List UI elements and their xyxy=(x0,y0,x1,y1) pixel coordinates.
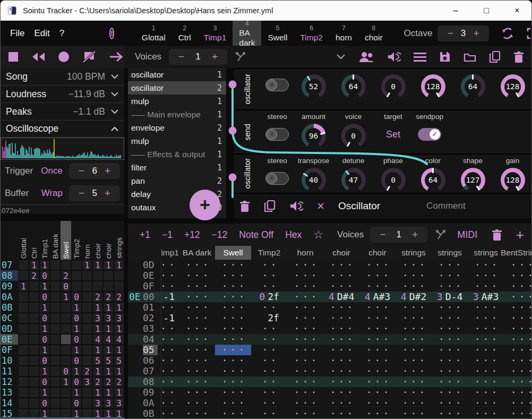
buffer-mode-button[interactable]: Wrap xyxy=(41,188,63,199)
pattern-cell[interactable]: ·· xyxy=(251,323,287,334)
order-cell[interactable]: 1 xyxy=(103,302,114,313)
order-cell[interactable]: 1 xyxy=(39,281,50,292)
pattern-cell[interactable]: 4D#4 xyxy=(323,292,359,302)
pattern-cell[interactable]: ··· xyxy=(504,334,532,345)
pattern-cell[interactable]: ··· xyxy=(215,292,251,302)
order-column-header-swell[interactable]: Swell xyxy=(61,221,71,260)
order-cell[interactable] xyxy=(18,302,29,313)
maximize-button[interactable]: □ xyxy=(471,1,502,21)
warning-icon[interactable]: ! xyxy=(109,28,114,39)
pattern-cell[interactable]: ··· xyxy=(468,313,504,323)
pattern-cell[interactable]: ··· xyxy=(504,377,532,387)
order-cell[interactable] xyxy=(82,334,92,345)
pattern-cell[interactable]: ··· xyxy=(287,302,323,313)
pattern-cell[interactable]: ··· xyxy=(396,313,432,323)
order-cell[interactable] xyxy=(61,323,71,334)
pattern-cell[interactable]: ··· xyxy=(468,260,504,270)
delete-pattern-icon[interactable] xyxy=(492,229,502,241)
order-cell[interactable] xyxy=(82,292,92,302)
pattern-cell[interactable]: ··· xyxy=(504,270,532,281)
close-button[interactable]: × xyxy=(502,1,532,21)
order-cell[interactable] xyxy=(50,377,61,387)
order-cell[interactable]: 1 xyxy=(39,302,50,313)
pattern-cell[interactable]: ··· xyxy=(179,302,215,313)
order-cell[interactable]: 1 xyxy=(71,302,82,313)
order-cell[interactable] xyxy=(18,377,29,387)
song-row[interactable]: Song 100 BPM xyxy=(1,68,124,85)
order-column-header-glottal[interactable]: Glottal xyxy=(18,221,29,260)
fullscreen-icon[interactable] xyxy=(526,27,532,40)
pattern-cell[interactable]: ··· xyxy=(287,398,323,408)
order-cell[interactable]: 1 xyxy=(103,323,114,334)
pattern-cell[interactable]: ··· xyxy=(323,323,359,334)
order-cell[interactable] xyxy=(18,387,29,398)
pattern-cell[interactable]: ··· xyxy=(323,313,359,323)
order-cell[interactable] xyxy=(71,270,82,281)
order-cell[interactable] xyxy=(114,281,124,292)
order-cell[interactable] xyxy=(18,323,29,334)
unit-list-item[interactable]: envelope2 xyxy=(128,121,226,134)
pattern-cell[interactable]: ··· xyxy=(179,366,215,377)
order-cell[interactable] xyxy=(29,334,39,345)
pattern-cell[interactable]: ··· xyxy=(359,398,396,408)
track-header-ba-dark[interactable]: BA dark xyxy=(179,246,215,260)
pattern-cell[interactable]: ·· xyxy=(161,302,179,313)
order-cell[interactable] xyxy=(103,281,114,292)
order-cell[interactable] xyxy=(50,334,61,345)
pattern-cell[interactable]: ··· xyxy=(323,281,359,292)
pattern-cell[interactable]: ··· xyxy=(432,366,468,377)
pattern-cell[interactable]: ··· xyxy=(287,366,323,377)
unit-list-item[interactable]: oscillator1 xyxy=(128,68,226,81)
pattern-cell[interactable]: ··· xyxy=(432,355,468,366)
pattern-cell[interactable]: ·· xyxy=(251,260,287,270)
pattern-cell[interactable]: ··· xyxy=(396,345,432,355)
pattern-cell[interactable]: ··· xyxy=(468,366,504,377)
order-cell[interactable]: 4 xyxy=(92,334,103,345)
pattern-cell[interactable]: ··· xyxy=(504,292,532,302)
order-cell[interactable] xyxy=(61,345,71,355)
record-icon[interactable] xyxy=(58,51,70,63)
pattern-cell[interactable]: ·· xyxy=(161,345,179,355)
order-cell[interactable]: 2 xyxy=(114,377,124,387)
pattern-cell[interactable]: ··· xyxy=(432,323,468,334)
order-cell[interactable] xyxy=(82,313,92,323)
order-cell[interactable]: 0 xyxy=(39,334,50,345)
order-cell[interactable] xyxy=(29,313,39,323)
pattern-cell[interactable]: ··· xyxy=(287,387,323,398)
transpose-knob[interactable]: 52 xyxy=(302,74,326,99)
order-cell[interactable] xyxy=(18,355,29,366)
pattern-cell[interactable]: ··· xyxy=(359,302,396,313)
menu-lines-icon[interactable] xyxy=(414,52,426,62)
order-cell[interactable]: 1 xyxy=(71,387,82,398)
pattern-cell[interactable]: ··· xyxy=(432,345,468,355)
chevron-up-icon[interactable] xyxy=(110,126,119,132)
pattern-cell[interactable]: ··· xyxy=(396,355,432,366)
order-cell[interactable] xyxy=(61,260,71,270)
stop-icon[interactable] xyxy=(8,52,19,62)
order-column-header-choir[interactable]: choir xyxy=(92,221,103,260)
pattern-cell[interactable]: ··· xyxy=(468,408,504,419)
pattern-cell[interactable]: ·· xyxy=(251,355,287,366)
users-icon[interactable] xyxy=(358,51,374,63)
chevron-down-icon[interactable] xyxy=(110,109,119,114)
order-cell[interactable] xyxy=(50,323,61,334)
order-cell[interactable]: 0 xyxy=(71,334,82,345)
order-cell[interactable]: 2 xyxy=(29,270,39,281)
pattern-cell[interactable]: ··· xyxy=(359,366,396,377)
order-cell[interactable] xyxy=(82,281,92,292)
pattern-cell[interactable]: ··· xyxy=(359,270,396,281)
voices-plus-button[interactable]: + xyxy=(208,51,222,63)
pattern-cell[interactable]: 3D-4 xyxy=(432,292,468,302)
pattern-cell[interactable]: ··· xyxy=(504,366,532,377)
order-column-header-horn[interactable]: horn xyxy=(82,221,92,260)
pattern-cell[interactable]: 4D#2 xyxy=(396,292,432,302)
pattern-cell[interactable]: ··· xyxy=(504,313,532,323)
pattern-cell[interactable]: ··· xyxy=(396,366,432,377)
pattern-cell[interactable]: ··· xyxy=(504,387,532,398)
tab-timp2[interactable]: 6Timp2 xyxy=(294,21,329,46)
order-cell[interactable] xyxy=(50,345,61,355)
order-cell[interactable]: 0 xyxy=(71,355,82,366)
order-cell[interactable] xyxy=(61,313,71,323)
order-cell[interactable]: 3 xyxy=(82,377,92,387)
pattern-cell[interactable]: ··· xyxy=(396,323,432,334)
